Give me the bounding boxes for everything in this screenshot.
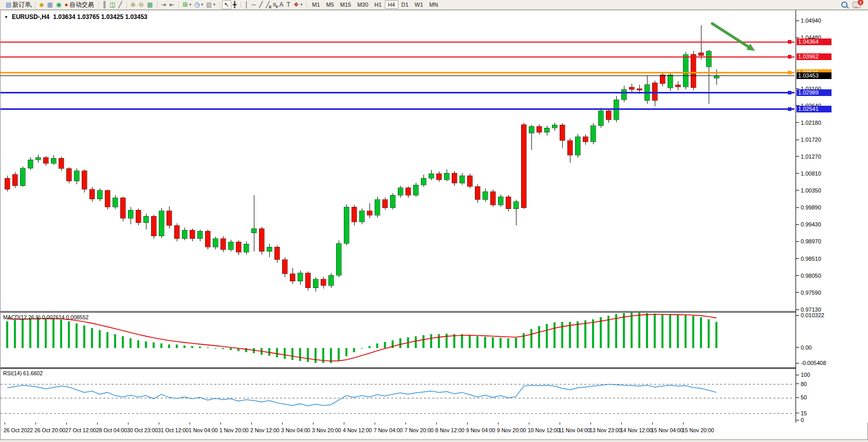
templates-button[interactable]: ▧▾ <box>205 1 217 9</box>
bear-candle <box>506 197 511 209</box>
rsi-tick-label: 15 <box>801 410 807 416</box>
notifications-icon[interactable]: 1 <box>853 2 861 8</box>
rsi-line <box>7 385 716 406</box>
crosshair-button[interactable]: ╋ <box>231 1 238 9</box>
chart-shift-button[interactable]: ⇤ <box>168 1 176 9</box>
price-tick-label: 0.98050 <box>801 273 821 279</box>
bull-candle <box>182 230 187 239</box>
price-tick <box>796 207 799 208</box>
timeframe-d1-button[interactable]: D1 <box>398 1 412 9</box>
time-tick-label: 15 Nov 04:00 <box>651 427 683 433</box>
line-mode-button[interactable]: ╱ <box>117 1 124 9</box>
price-tick <box>796 310 799 310</box>
bear-candle <box>66 168 71 181</box>
bear-candle <box>89 189 95 199</box>
price-tick <box>796 88 799 89</box>
timeframe-m15-button[interactable]: M15 <box>337 1 354 9</box>
new-order-button[interactable]: ▤＋新订单 <box>4 1 32 9</box>
timeframe-m1-button[interactable]: M1 <box>309 1 323 9</box>
arrow-shaft <box>712 24 748 47</box>
price-tick <box>796 190 799 190</box>
bull-candle <box>483 191 488 200</box>
price-axis[interactable]: 1.049401.044801.031001.026401.021801.017… <box>796 10 868 422</box>
bear-candle <box>120 198 125 218</box>
search-icon[interactable] <box>841 2 847 8</box>
indicators-button[interactable]: ⊞▾ <box>181 1 193 9</box>
auto-scroll-button[interactable]: ⇥ <box>159 1 168 9</box>
price-tick <box>796 156 799 157</box>
bull-candle <box>513 202 519 209</box>
toolbar-group: │─╱╱E≡FAT❖▾ <box>240 0 306 10</box>
auto-scroll-icon: ⇥ <box>161 1 166 9</box>
bear-candle <box>205 231 210 247</box>
tile-windows-icon: ▦ <box>147 1 153 9</box>
chevron-down-icon[interactable]: ▼ <box>4 15 8 20</box>
timeframe-m5-button[interactable]: M5 <box>323 1 337 9</box>
price-tick-label: 1.01270 <box>801 153 821 160</box>
price-tick-label: 0.97590 <box>801 290 821 296</box>
time-axis[interactable]: 26 Oct 202226 Oct 20:0027 Oct 12:0028 Oc… <box>1 422 867 439</box>
equidistant-channel-button[interactable]: ╱E <box>264 1 271 9</box>
line-end-marker <box>788 41 791 44</box>
auto-trading-button[interactable]: ●自动交易 <box>63 1 95 9</box>
fibonacci-button[interactable]: ≡F <box>271 1 278 9</box>
timeframe-h4-button[interactable]: H4 <box>385 1 398 9</box>
macd-histogram-bar <box>415 336 417 348</box>
arrows-tool-button[interactable]: ❖▾ <box>292 1 304 9</box>
new-chart-button[interactable]: ▦ <box>46 1 54 9</box>
price-tick-label: 1.04940 <box>801 17 821 24</box>
time-tick-label: 28 Oct 04:00 <box>96 427 127 433</box>
timeframe-w1-button[interactable]: W1 <box>412 1 427 9</box>
macd-histogram-bar <box>122 336 124 348</box>
bar-chart-mode-button[interactable]: ║ <box>101 1 108 9</box>
time-tick <box>190 422 190 425</box>
time-tick-label: 3 Nov 04:00 <box>281 427 310 433</box>
zoom-out-button[interactable]: ⊖ <box>137 1 145 9</box>
macd-histogram-bar <box>145 341 147 348</box>
bear-candle <box>629 87 634 89</box>
bull-candle <box>714 75 719 78</box>
periods-button[interactable]: ◷▾ <box>193 1 205 9</box>
bear-candle <box>537 126 542 132</box>
tile-windows-button[interactable]: ▦ <box>145 1 154 9</box>
bear-candle <box>43 158 48 164</box>
text-button[interactable]: A <box>278 1 285 9</box>
macd-histogram-bar <box>546 324 548 348</box>
macd-histogram-bar <box>207 348 209 348</box>
candle-mode-button[interactable]: ◫ <box>108 1 117 9</box>
time-tick <box>128 422 128 425</box>
price-tick <box>796 140 799 140</box>
time-tick-label: 15 Nov 20:00 <box>682 427 714 433</box>
toolbar-group: ⇥⇤ <box>156 0 178 10</box>
bull-candle <box>598 111 603 126</box>
text-label-button[interactable]: T <box>285 1 292 9</box>
timeframe-m30-button[interactable]: M30 <box>354 1 371 9</box>
time-tick <box>375 422 375 425</box>
chart-shift-icon: ⇤ <box>169 1 174 9</box>
macd-histogram-bar <box>476 336 478 348</box>
cursor-button[interactable]: ↖ <box>222 1 231 9</box>
vertical-line-button[interactable]: │ <box>243 1 250 9</box>
dropdown-caret-icon: ▾ <box>301 3 303 7</box>
bull-candle <box>128 210 133 218</box>
timeframe-mn-button[interactable]: MN <box>426 1 441 9</box>
macd-histogram-bar <box>607 316 610 348</box>
styler-button[interactable]: ◆ <box>38 1 45 9</box>
macd-histogram-bar <box>91 328 93 348</box>
bear-candle <box>105 190 110 207</box>
bull-candle <box>51 158 56 163</box>
timeframe-h1-button[interactable]: H1 <box>372 1 385 9</box>
macd-histogram-bar <box>638 313 640 348</box>
zoom-in-icon: ⊕ <box>131 1 136 9</box>
macd-histogram-bar <box>307 348 309 362</box>
horizontal-line-button[interactable]: ─ <box>250 1 258 9</box>
macd-histogram-bar <box>345 348 347 356</box>
rsi-tick <box>796 413 799 413</box>
level-price-badge: 1.04364 <box>797 39 832 45</box>
macd-histogram-bar <box>230 348 232 350</box>
rsi-tick-label: 80 <box>801 381 807 387</box>
zoom-in-button[interactable]: ⊕ <box>129 1 137 9</box>
trendline-button[interactable]: ╱ <box>257 1 264 9</box>
bear-candle <box>321 279 326 285</box>
alerts-button[interactable]: ◉ <box>54 1 63 9</box>
